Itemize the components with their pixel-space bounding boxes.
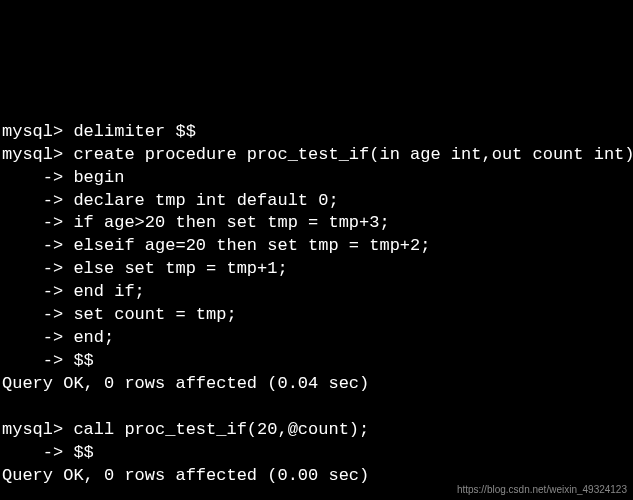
terminal-line: -> $$ (2, 443, 94, 462)
watermark-text: https://blog.csdn.net/weixin_49324123 (457, 483, 627, 497)
terminal-line: mysql> call proc_test_if(20,@count); (2, 420, 369, 439)
terminal-line: Query OK, 0 rows affected (0.04 sec) (2, 374, 369, 393)
terminal-line: mysql> delimiter $$ (2, 122, 196, 141)
terminal-line: -> if age>20 then set tmp = tmp+3; (2, 213, 390, 232)
terminal-line: Query OK, 0 rows affected (0.00 sec) (2, 466, 369, 485)
terminal-line: -> else set tmp = tmp+1; (2, 259, 288, 278)
terminal-line: -> end if; (2, 282, 145, 301)
terminal-output: mysql> delimiter $$ mysql> create proced… (2, 98, 631, 500)
terminal-line: -> elseif age=20 then set tmp = tmp+2; (2, 236, 430, 255)
terminal-line: -> end; (2, 328, 114, 347)
terminal-line: -> set count = tmp; (2, 305, 237, 324)
terminal-line: -> $$ (2, 351, 94, 370)
terminal-line: -> declare tmp int default 0; (2, 191, 339, 210)
terminal-line: -> begin (2, 168, 124, 187)
terminal-line: mysql> create procedure proc_test_if(in … (2, 145, 633, 164)
